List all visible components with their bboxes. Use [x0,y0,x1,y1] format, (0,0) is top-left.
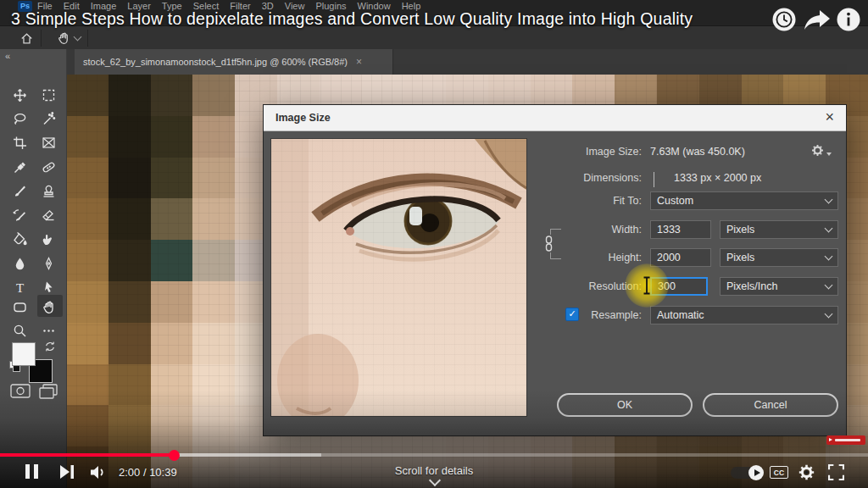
volume-icon [90,465,106,480]
crop-icon [13,136,27,150]
width-input[interactable] [650,220,711,239]
tool-move[interactable] [8,85,31,105]
subtitles-button[interactable]: CC [770,466,788,479]
chevron-down-icon [825,281,833,290]
tool-rectangular-marquee[interactable] [37,85,59,105]
resolution-unit-select[interactable]: Pixels/Inch [720,277,838,296]
type-icon: T [13,280,27,295]
foreground-color-swatch[interactable] [12,342,36,366]
resample-select[interactable]: Automatic [650,306,838,324]
brush-icon [13,184,27,198]
dialog-close-icon[interactable]: × [825,108,834,126]
next-icon [60,465,75,479]
dimensions-chevron-button[interactable] [650,172,665,184]
cursor-arrow-icon [42,280,56,295]
dimensions-value: 1333 px × 2000 px [674,172,761,184]
marquee-icon [42,88,56,103]
hand-tool-preset[interactable] [53,28,75,48]
image-preview[interactable] [270,138,527,417]
tool-zoom[interactable] [8,320,31,341]
cancel-button[interactable]: Cancel [703,393,838,417]
tool-blur[interactable] [8,253,31,274]
next-button[interactable] [60,465,75,479]
info-button[interactable] [836,7,861,32]
watermark-text-blur [835,439,860,441]
settings-button[interactable] [798,464,815,480]
quick-mask-icon [10,384,31,398]
home-icon [20,32,33,45]
tool-path-select[interactable] [37,277,59,297]
resolution-label: Resolution: [535,280,642,292]
pause-icon [25,463,40,480]
image-size-label: Image Size: [535,146,642,158]
quick-mask-button[interactable] [10,384,31,398]
tool-pen[interactable] [37,253,59,274]
slice-icon [42,136,56,150]
chevron-down-icon [825,252,833,261]
history-brush-icon [13,208,27,223]
resolution-input[interactable] [650,277,708,296]
tool-crop[interactable] [8,132,31,152]
home-button[interactable] [15,28,37,48]
tool-more[interactable] [37,320,59,341]
fit-to-select[interactable]: Custom [650,191,838,210]
tool-lasso[interactable] [8,108,31,129]
chevron-down-icon [654,172,654,187]
document-tab-bar: stock_62_by_simonamoonstock_d1tf5hn.jpg … [66,49,868,75]
hand-preset-chevron-icon[interactable] [74,33,82,42]
progress-bar[interactable] [0,453,868,457]
tool-history-brush[interactable] [8,205,31,225]
hand-tool-icon [42,300,56,314]
watermark-play-icon [829,438,832,441]
swap-colors-icon[interactable] [44,341,56,352]
document-tab-close-icon[interactable]: × [356,56,362,68]
share-arrow-icon [804,9,831,30]
share-button[interactable] [804,9,831,30]
tool-brush[interactable] [8,180,31,201]
magic-wand-icon [42,112,56,126]
collapse-panel-button[interactable]: « [5,51,10,61]
volume-button[interactable] [90,465,106,480]
preview-pixelation-overlay [271,139,526,416]
height-input[interactable] [650,248,711,267]
tool-spot-healing[interactable] [37,157,59,177]
tool-eraser[interactable] [37,205,59,225]
dialog-options-gear-button[interactable] [811,144,824,157]
tool-paint-bucket[interactable] [8,229,31,249]
height-unit-select[interactable]: Pixels [720,248,838,267]
width-label: Width: [535,224,642,236]
document-tab[interactable]: stock_62_by_simonamoonstock_d1tf5hn.jpg … [75,49,393,75]
dialog-titlebar[interactable]: Image Size × [264,105,846,131]
tool-shape[interactable] [8,297,31,317]
screen-mode-button[interactable] [39,384,58,399]
watch-later-button[interactable] [771,7,797,32]
ok-button[interactable]: OK [557,393,693,417]
width-unit-select[interactable]: Pixels [720,220,838,239]
tool-clone-stamp[interactable] [37,180,59,201]
chevron-down-icon [825,196,833,204]
pause-button[interactable] [25,463,40,480]
tool-magic-wand[interactable] [37,108,59,129]
tool-hand[interactable] [37,297,59,317]
autoplay-toggle[interactable] [731,467,762,479]
info-icon [836,7,861,32]
chevron-down-icon [825,310,833,319]
autoplay-play-icon [754,469,760,476]
progress-scrubber[interactable] [169,450,180,461]
tool-type[interactable]: T [8,277,31,297]
fullscreen-button[interactable] [828,464,844,480]
video-title[interactable]: 3 Simple Steps How to depixelate images … [11,9,774,29]
video-frame: Ps File Edit Image Layer Type Select Fil… [0,0,868,488]
hand-icon [57,31,70,45]
tool-slice[interactable] [37,132,59,152]
fullscreen-icon [828,464,844,480]
tools-panel: « [0,49,67,488]
eyedropper-icon [13,160,27,175]
channel-watermark[interactable] [826,435,865,445]
tool-eyedropper[interactable] [8,157,31,177]
tool-smudge[interactable] [37,229,59,249]
width-unit-value: Pixels [726,224,754,236]
zoom-magnifier-icon [13,324,27,338]
smudge-finger-icon [42,232,56,247]
constrain-proportions-chain-icon[interactable] [544,235,554,252]
